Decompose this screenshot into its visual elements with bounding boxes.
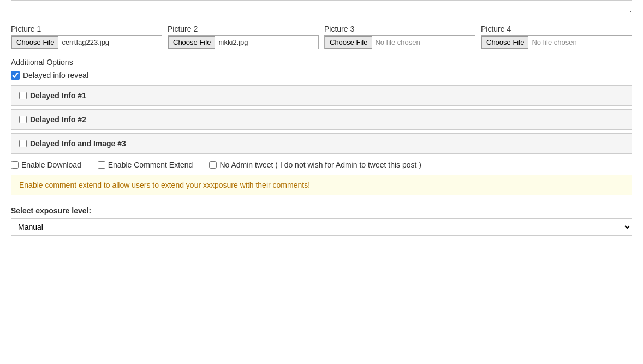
delayed-info-label-2: Delayed Info #2	[30, 115, 86, 124]
delayed-reveal-label: Delayed info reveal	[23, 71, 88, 80]
enable-comment-extend-label: Enable Comment Extend	[108, 160, 193, 169]
picture-2-file-input: Choose File nikki2.jpg	[168, 35, 319, 49]
enable-download-checkbox[interactable]	[11, 161, 19, 169]
delayed-info-box-1: Delayed Info #1	[11, 85, 632, 106]
picture-3-choose-file-button[interactable]: Choose File	[325, 36, 372, 49]
exposure-section: Select exposure level: Manual Low Medium…	[11, 206, 632, 236]
textarea-section	[11, 0, 632, 18]
picture-1-file-input: Choose File cerrtfag223.jpg	[11, 35, 162, 49]
info-banner-text: Enable comment extend to allow users to …	[19, 181, 310, 189]
enable-comment-extend-item: Enable Comment Extend	[98, 160, 193, 169]
picture-2-filename: nikki2.jpg	[215, 37, 251, 48]
picture-3-filename: No file chosen	[372, 37, 423, 48]
picture-4-label: Picture 4	[481, 25, 632, 33]
additional-options-section: Additional Options Delayed info reveal D…	[11, 58, 632, 154]
picture-4-filename: No file chosen	[528, 37, 580, 48]
picture-2-choose-file-button[interactable]: Choose File	[168, 36, 215, 49]
enable-download-label: Enable Download	[21, 160, 81, 169]
no-admin-tweet-label: No Admin tweet ( I do not wish for Admin…	[219, 160, 421, 169]
exposure-label: Select exposure level:	[11, 206, 632, 215]
delayed-reveal-checkbox[interactable]	[11, 71, 20, 80]
extra-checkboxes-row: Enable Download Enable Comment Extend No…	[11, 160, 632, 169]
picture-4-file-input: Choose File No file chosen	[481, 35, 632, 49]
delayed-info-label-3: Delayed Info and Image #3	[30, 139, 126, 148]
exposure-select[interactable]: Manual Low Medium High	[11, 218, 632, 236]
picture-field-4: Picture 4 Choose File No file chosen	[481, 25, 632, 49]
picture-field-3: Picture 3 Choose File No file chosen	[324, 25, 475, 49]
delayed-info-checkbox-2[interactable]	[19, 116, 27, 123]
enable-comment-extend-checkbox[interactable]	[98, 161, 105, 169]
picture-1-choose-file-button[interactable]: Choose File	[11, 36, 58, 49]
picture-3-file-input: Choose File No file chosen	[324, 35, 475, 49]
main-textarea[interactable]	[11, 0, 632, 16]
enable-download-item: Enable Download	[11, 160, 81, 169]
picture-2-label: Picture 2	[168, 25, 319, 33]
picture-4-choose-file-button[interactable]: Choose File	[481, 36, 528, 49]
picture-field-1: Picture 1 Choose File cerrtfag223.jpg	[11, 25, 162, 49]
picture-1-filename: cerrtfag223.jpg	[58, 37, 112, 48]
page-wrapper: Picture 1 Choose File cerrtfag223.jpg Pi…	[0, 0, 643, 247]
delayed-info-box-3: Delayed Info and Image #3	[11, 133, 632, 154]
pictures-row: Picture 1 Choose File cerrtfag223.jpg Pi…	[11, 25, 632, 49]
picture-field-2: Picture 2 Choose File nikki2.jpg	[168, 25, 319, 49]
picture-3-label: Picture 3	[324, 25, 475, 33]
delayed-info-box-2: Delayed Info #2	[11, 109, 632, 130]
delayed-reveal-row: Delayed info reveal	[11, 71, 632, 80]
picture-1-label: Picture 1	[11, 25, 162, 33]
additional-options-label: Additional Options	[11, 58, 632, 67]
no-admin-tweet-checkbox[interactable]	[209, 161, 217, 169]
delayed-info-label-1: Delayed Info #1	[30, 91, 86, 100]
delayed-info-checkbox-3[interactable]	[19, 140, 27, 147]
delayed-info-checkbox-1[interactable]	[19, 92, 27, 99]
no-admin-tweet-item: No Admin tweet ( I do not wish for Admin…	[209, 160, 421, 169]
info-banner: Enable comment extend to allow users to …	[11, 175, 632, 195]
